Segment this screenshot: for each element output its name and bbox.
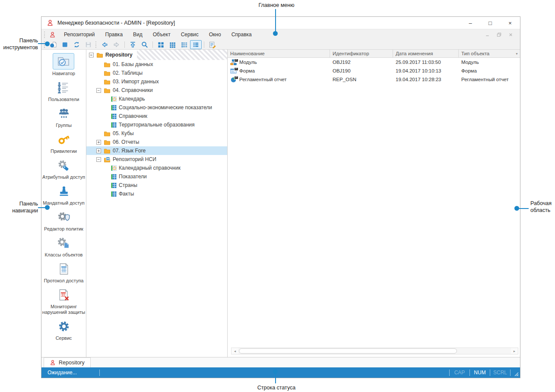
tree-item[interactable]: Факты [86, 190, 227, 198]
menu-grip[interactable] [44, 32, 46, 38]
gear-page-icon [53, 235, 74, 251]
expander-icon[interactable]: − [89, 53, 94, 57]
tree-item[interactable]: 01. Базы данных [86, 60, 227, 69]
annotation-line-main-menu [275, 9, 276, 32]
nav-item-users[interactable]: Пользователи [48, 80, 79, 102]
menu-repository[interactable]: Репозиторий [59, 29, 100, 40]
menu-service[interactable]: Сервис [176, 29, 204, 40]
nav-item-object-classes[interactable]: Классы объектов [45, 235, 83, 258]
nav-item-groups[interactable]: Группы [54, 106, 74, 128]
tree-item[interactable]: − Репозиторий НСИ [86, 155, 227, 164]
nav-item-attribute-access[interactable]: Атрибутный доступ [42, 158, 85, 180]
annotation-dot-work-area [514, 206, 519, 211]
resize-grip[interactable] [512, 367, 520, 378]
report-icon [230, 76, 237, 83]
tree-item[interactable]: − 04. Справочники [86, 86, 227, 95]
properties-button[interactable] [206, 40, 218, 49]
tab-bar: Repository [41, 357, 520, 367]
search-button[interactable] [139, 40, 150, 49]
menu-help[interactable]: Справка [226, 29, 257, 40]
toolbar-grip-2[interactable] [95, 41, 98, 48]
annotation-line-status-bar [275, 374, 276, 383]
nav-item-service[interactable]: Сервис [54, 319, 74, 341]
menu-edit[interactable]: Правка [100, 29, 128, 40]
horizontal-scrollbar[interactable]: ◄ ► [231, 348, 518, 354]
status-bar: Ожидание... CAP NUM SCRL [41, 367, 520, 378]
title-bar: Менеджер безопасности - ADMIN - [Reposit… [41, 17, 520, 29]
details-view-button[interactable] [190, 40, 202, 49]
monitoring-icon [54, 287, 74, 303]
save-button[interactable] [82, 40, 94, 49]
gear-tag-icon [53, 158, 74, 173]
column-header-id[interactable]: Идентификатор [330, 50, 393, 57]
folder-icon [104, 148, 111, 154]
menu-object[interactable]: Объект [148, 29, 176, 40]
maximize-icon[interactable]: □ [480, 17, 500, 29]
open-object-button[interactable] [59, 40, 71, 49]
system-menu-icon[interactable] [49, 32, 56, 38]
tree-item[interactable]: Календарь [86, 95, 227, 103]
tree-item[interactable]: Территориальные образования [86, 120, 227, 129]
scroll-lock-indicator: SCRL [490, 370, 510, 376]
table-row[interactable]: Регламентный отчет REP_OSN 19.04.2017 10… [228, 75, 520, 84]
tree-item[interactable]: + 06. Отчеты [86, 138, 227, 146]
tree-item[interactable]: 02. Таблицы [86, 69, 227, 77]
tree-item[interactable]: Справочник [86, 112, 227, 120]
tree-item[interactable]: Календарный справочник [86, 164, 227, 172]
annotation-line-navigation [38, 207, 45, 208]
list-view-icon [181, 41, 188, 48]
nav-item-violation-monitoring[interactable]: Мониторинг нарушений защиты [41, 287, 86, 315]
expander-icon[interactable]: + [96, 140, 101, 145]
back-button[interactable] [99, 40, 111, 49]
column-header-name[interactable]: Наименование [228, 50, 330, 57]
tree-item[interactable]: Страны [86, 181, 227, 190]
tree-item-selected[interactable]: + 07. Язык Fore [86, 146, 227, 155]
work-area: Наименование Идентификатор Дата изменени… [228, 50, 520, 357]
table-row[interactable]: Модуль OBJ192 25.09.2017 11:03:50 Модуль [228, 58, 520, 66]
table-icon [111, 114, 117, 119]
scrollbar-thumb[interactable] [239, 348, 457, 354]
column-header-modified[interactable]: Дата изменения [393, 50, 459, 57]
tree-item-root[interactable]: − Repository [86, 50, 227, 60]
tree-item[interactable]: 05. Кубы [86, 129, 227, 138]
minimize-icon[interactable]: – [460, 17, 480, 29]
up-level-button[interactable] [127, 40, 139, 49]
menu-window[interactable]: Окно [204, 29, 226, 40]
toolbar [41, 40, 520, 50]
mdi-restore-icon[interactable] [497, 32, 501, 37]
mdi-close-icon[interactable] [508, 32, 513, 37]
refresh-button[interactable] [71, 40, 82, 49]
tree-item[interactable]: Социально-экономические показатели [86, 103, 227, 112]
expander-icon[interactable]: + [96, 149, 101, 153]
forward-button[interactable] [111, 40, 122, 49]
table-icon [111, 174, 117, 180]
scroll-right-icon[interactable]: ► [511, 348, 518, 354]
nav-item-access-log[interactable]: Протокол доступа [44, 261, 84, 284]
tab-repository[interactable]: Repository [44, 357, 91, 367]
arrow-right-icon [113, 41, 120, 48]
column-header-type[interactable]: Тип объекта ▼ [459, 50, 520, 57]
expander-icon[interactable]: − [96, 157, 101, 162]
menu-view[interactable]: Вид [128, 29, 148, 40]
users-icon [53, 80, 74, 95]
nav-item-navigator[interactable]: Навигатор [52, 53, 75, 76]
annotation-line-toolbar [38, 43, 45, 44]
small-icons-view-button[interactable] [167, 40, 178, 49]
mdi-minimize-icon[interactable] [485, 32, 490, 37]
nav-item-mandatory-access[interactable]: Мандатный доступ [43, 183, 85, 206]
tree-item[interactable]: 03. Импорт данных [86, 77, 227, 86]
filter-arrow-icon[interactable]: ▼ [515, 52, 518, 55]
calendar-icon [111, 165, 117, 171]
calendar-icon [111, 96, 117, 102]
toolbar-separator [204, 41, 204, 48]
scroll-left-icon[interactable]: ◄ [232, 348, 238, 354]
table-row[interactable]: Форма OBJ190 19.04.2017 10:10:13 Форма [228, 66, 520, 75]
expander-icon[interactable]: − [96, 88, 101, 93]
tree-item[interactable]: Показатели [86, 172, 227, 181]
large-icons-view-button[interactable] [155, 40, 167, 49]
nav-item-policy-editor[interactable]: Редактор политик [44, 209, 83, 232]
list-view-button[interactable] [178, 40, 190, 49]
close-icon[interactable]: × [500, 17, 520, 29]
annotation-dot-navigation [45, 205, 50, 210]
nav-item-privileges[interactable]: Привилегии [51, 132, 77, 154]
